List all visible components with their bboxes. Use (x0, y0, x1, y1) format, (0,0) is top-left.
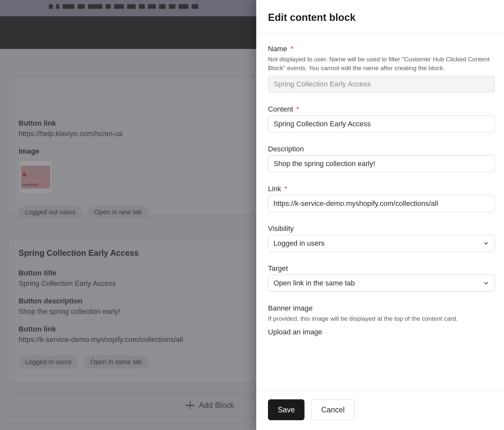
name-label: Name (268, 45, 287, 53)
drawer-header: Edit content block (256, 0, 504, 34)
banner-helper: If provided, this image will be displaye… (268, 315, 492, 323)
description-input[interactable] (268, 155, 495, 172)
upload-image-label[interactable]: Upload an image (268, 328, 492, 336)
link-label: Link (268, 185, 281, 193)
edit-content-block-drawer: Edit content block Name * Not displayed … (256, 0, 504, 430)
visibility-value: Logged in users (274, 239, 325, 248)
form-group-target: Target Open link in the same tab (268, 264, 492, 292)
drawer-title: Edit content block (268, 12, 492, 23)
name-helper: Not displayed to user. Name will be used… (268, 55, 492, 72)
banner-label: Banner image (268, 304, 313, 313)
required-indicator: * (284, 185, 287, 192)
drawer-body: Name * Not displayed to user. Name will … (256, 34, 504, 391)
name-input (268, 76, 495, 93)
form-group-content: Content * (268, 105, 492, 132)
description-label: Description (268, 145, 304, 153)
link-input[interactable] (268, 195, 495, 212)
save-button-label: Save (278, 406, 295, 414)
visibility-select[interactable]: Logged in users (268, 235, 495, 252)
cancel-button[interactable]: Cancel (311, 399, 355, 420)
drawer-footer: Save Cancel (256, 391, 504, 430)
save-button[interactable]: Save (268, 399, 304, 420)
form-group-banner: Banner image If provided, this image wil… (268, 304, 492, 336)
form-group-visibility: Visibility Logged in users (268, 224, 492, 252)
required-indicator: * (296, 106, 299, 113)
chevron-down-icon (483, 280, 489, 286)
form-group-name: Name * Not displayed to user. Name will … (268, 45, 492, 93)
content-label: Content (268, 105, 293, 114)
target-label: Target (268, 264, 288, 273)
target-select[interactable]: Open link in the same tab (268, 275, 495, 292)
target-value: Open link in the same tab (274, 279, 355, 287)
visibility-label: Visibility (268, 224, 294, 233)
form-group-link: Link * (268, 185, 492, 212)
chevron-down-icon (483, 240, 489, 247)
content-input[interactable] (268, 115, 495, 132)
required-indicator: * (290, 45, 293, 53)
form-group-description: Description (268, 145, 492, 172)
cancel-button-label: Cancel (321, 406, 345, 414)
